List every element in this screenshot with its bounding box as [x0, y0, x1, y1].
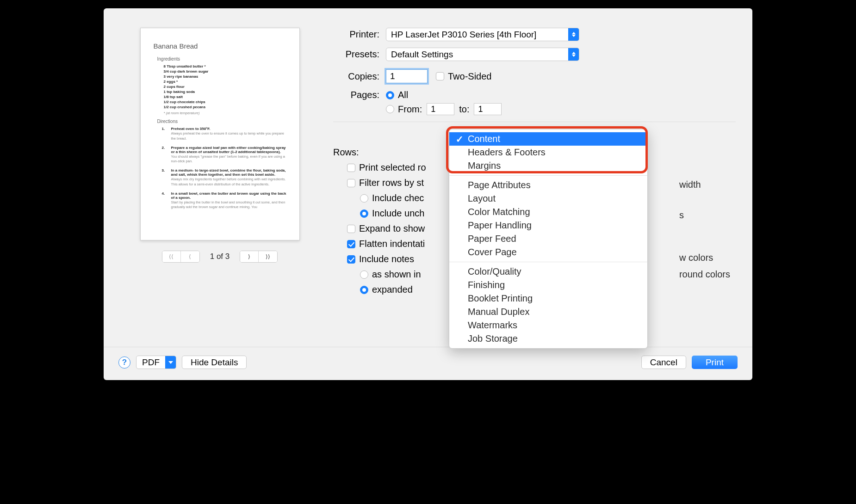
section-divider [333, 122, 736, 122]
menu-item-watermarks[interactable]: Watermarks [449, 319, 647, 332]
preview-ingredient: 2 eggs * [164, 80, 286, 84]
preview-pager: ⟨⟨ ⟨ 1 of 3 ⟩ ⟩⟩ [162, 251, 278, 263]
notes-expanded-label: expanded [372, 284, 413, 295]
preview-ingredient: 1/2 cup crushed pecans [164, 105, 286, 109]
print-preview-page: Banana Bread Ingredients 8 Tbsp unsalted… [140, 28, 300, 240]
partial-width-text: width [679, 178, 730, 191]
print-selected-rows-label: Print selected ro [359, 162, 426, 173]
printer-value: HP LaserJet P3010 Series [4th Floor] [386, 30, 568, 40]
include-checked-radio[interactable] [360, 194, 368, 203]
flatten-indentation-label: Flatten indentati [359, 239, 425, 249]
pages-from-radio[interactable] [386, 105, 394, 113]
include-checked-label: Include chec [372, 193, 424, 203]
filter-rows-label: Filter rows by st [359, 178, 424, 188]
partial-wcolors-text: w colors [679, 252, 730, 264]
preview-ingredients-note: * (at room temperature) [164, 111, 286, 115]
menu-item-manual-duplex[interactable]: Manual Duplex [449, 305, 647, 319]
two-sided-label: Two-Sided [448, 71, 492, 82]
flatten-indentation-checkbox[interactable] [347, 240, 355, 248]
pages-from-label: From: [398, 104, 422, 115]
expand-to-show-label: Expand to show [359, 223, 425, 234]
notes-as-shown-label: as shown in [372, 269, 421, 280]
pages-label: Pages: [333, 90, 379, 100]
pages-from-input[interactable] [427, 103, 454, 115]
presets-value: Default Settings [386, 49, 568, 60]
include-notes-checkbox[interactable] [347, 255, 355, 264]
pdf-label: PDF [136, 357, 165, 368]
printer-label: Printer: [333, 29, 379, 40]
print-preview-column: Banana Bread Ingredients 8 Tbsp unsalted… [120, 19, 319, 342]
pdf-dropdown[interactable]: PDF [136, 356, 176, 369]
partial-roundcolors-text: round colors [679, 268, 730, 280]
menu-item-cover-page[interactable]: Cover Page [449, 246, 647, 259]
pager-back-group: ⟨⟨ ⟨ [162, 251, 200, 263]
pager-fwd-group: ⟩ ⟩⟩ [240, 251, 278, 263]
next-page-button[interactable]: ⟩ [240, 251, 259, 262]
presets-select[interactable]: Default Settings [386, 48, 579, 61]
print-button[interactable]: Print [692, 356, 738, 369]
pages-all-radio[interactable] [386, 91, 394, 99]
preview-ingredient: 3 very ripe bananas [164, 74, 286, 79]
presets-label: Presets: [333, 49, 379, 60]
preview-steps: Preheat oven to 350°F.Always preheat the… [168, 127, 286, 209]
print-dialog: Banana Bread Ingredients 8 Tbsp unsalted… [104, 8, 752, 380]
first-page-button[interactable]: ⟨⟨ [162, 251, 181, 262]
last-page-button[interactable]: ⟩⟩ [259, 251, 277, 262]
preview-ingredients-heading: Ingredients [157, 56, 286, 61]
menu-item-paper-feed[interactable]: Paper Feed [449, 232, 647, 246]
filter-rows-checkbox[interactable] [347, 179, 355, 187]
copies-input[interactable] [386, 69, 428, 83]
menu-item-page-attributes[interactable]: Page Attributes [449, 178, 647, 192]
include-notes-label: Include notes [359, 254, 414, 264]
menu-item-color-quality[interactable]: Color/Quality [449, 265, 647, 278]
preview-ingredient: 2 cups flour [164, 85, 286, 89]
hide-details-button[interactable]: Hide Details [182, 356, 247, 369]
menu-item-color-matching[interactable]: Color Matching [449, 205, 647, 219]
notes-expanded-radio[interactable] [360, 286, 368, 294]
preview-ingredient: 1 tsp baking soda [164, 90, 286, 94]
print-panel-dropdown-menu: Content Headers & Footers Margins Page A… [449, 129, 648, 349]
menu-item-booklet-printing[interactable]: Booklet Printing [449, 292, 647, 305]
menu-item-headers-footers[interactable]: Headers & Footers [449, 146, 647, 159]
menu-item-paper-handling[interactable]: Paper Handling [449, 219, 647, 232]
menu-separator [449, 175, 647, 176]
preview-ingredient: 1/8 tsp salt [164, 95, 286, 99]
chevron-updown-icon [568, 28, 579, 41]
menu-item-finishing[interactable]: Finishing [449, 278, 647, 292]
printer-select[interactable]: HP LaserJet P3010 Series [4th Floor] [386, 28, 579, 41]
right-side-options-partial: width s w colors round colors [679, 178, 730, 285]
partial-s-text: s [679, 209, 730, 221]
chevron-updown-icon [568, 48, 579, 61]
menu-separator [449, 262, 647, 262]
two-sided-checkbox[interactable] [436, 72, 444, 80]
pages-to-label: to: [459, 104, 469, 115]
pages-to-input[interactable] [474, 103, 502, 115]
menu-item-layout[interactable]: Layout [449, 192, 647, 205]
help-button[interactable]: ? [118, 356, 130, 369]
print-selected-rows-checkbox[interactable] [347, 164, 355, 172]
notes-as-shown-radio[interactable] [360, 270, 368, 279]
include-unchecked-label: Include unch [372, 208, 424, 219]
pages-all-label: All [398, 90, 408, 100]
expand-to-show-checkbox[interactable] [347, 225, 355, 233]
dialog-main: Banana Bread Ingredients 8 Tbsp unsalted… [104, 8, 752, 347]
menu-item-content[interactable]: Content [449, 132, 647, 146]
include-unchecked-radio[interactable] [360, 209, 368, 218]
pager-label: 1 of 3 [210, 252, 230, 261]
menu-item-margins[interactable]: Margins [449, 159, 647, 172]
menu-item-job-storage[interactable]: Job Storage [449, 332, 647, 345]
preview-directions-heading: Directions [157, 119, 286, 124]
preview-ingredient: 3/4 cup dark brown sugar [164, 69, 286, 74]
preview-doc-title: Banana Bread [154, 42, 286, 50]
chevron-down-icon [165, 356, 176, 369]
prev-page-button[interactable]: ⟨ [181, 251, 199, 262]
copies-label: Copies: [333, 71, 379, 82]
preview-ingredient: 1/2 cup chocolate chips [164, 100, 286, 104]
cancel-button[interactable]: Cancel [641, 356, 686, 369]
preview-ingredient: 8 Tbsp unsalted butter * [164, 64, 286, 68]
dialog-footer: ? PDF Hide Details Cancel Print [104, 347, 752, 380]
